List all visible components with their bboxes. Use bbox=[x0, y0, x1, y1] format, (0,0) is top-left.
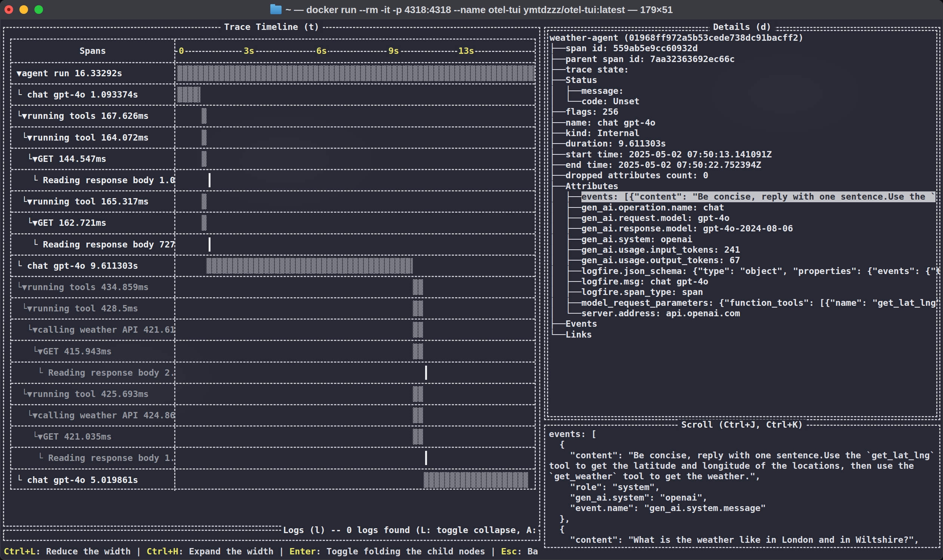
details-line[interactable]: │ ├──logfire.span_type: span bbox=[550, 287, 939, 297]
details-line-text: parent span id: 7aa32363692ec66c bbox=[565, 54, 735, 64]
span-row[interactable]: └ Reading response body 727 bbox=[11, 234, 535, 256]
axis-tick: 3s bbox=[243, 46, 255, 56]
span-timeline-cell bbox=[174, 170, 535, 190]
details-line[interactable]: ├──dropped attributes count: 0 bbox=[550, 170, 939, 180]
span-timeline-cell bbox=[174, 384, 535, 404]
details-line[interactable]: ├──end time: 2025-05-02 07:50:22.752394Z bbox=[550, 160, 939, 170]
span-label: └▼GET 415.943ms bbox=[11, 341, 174, 361]
scroll-content[interactable]: events: [ { "content": "Be concise, repl… bbox=[545, 426, 939, 547]
details-line[interactable]: ├──start time: 2025-05-02 07:50:13.14109… bbox=[550, 149, 939, 160]
span-row[interactable]: └▼GET 162.721ms bbox=[11, 213, 535, 234]
details-line-text: logfire.json_schema: {"type": "object", … bbox=[581, 266, 939, 276]
statusbar: Ctrl+L: Reduce the width | Ctrl+H: Expan… bbox=[4, 545, 538, 558]
details-line[interactable]: │ ├──message: bbox=[550, 86, 939, 96]
details-line[interactable]: ├──Events bbox=[550, 318, 939, 329]
span-label: └ Reading response body 1. bbox=[11, 448, 174, 468]
details-line[interactable]: ├──parent span id: 7aa32363692ec66c bbox=[550, 54, 939, 64]
details-line[interactable]: │ ├──logfire.msg: chat gpt-4o bbox=[550, 276, 939, 287]
zoom-button-icon[interactable] bbox=[34, 5, 43, 14]
details-line-text: server.address: api.openai.com bbox=[581, 308, 740, 318]
details-line[interactable]: ├──trace state: bbox=[550, 64, 939, 75]
details-line[interactable]: │ └──server.address: api.openai.com bbox=[550, 308, 939, 318]
trace-timeline-panel: Trace Timeline (t) Spans 03s6s9s13s ▼age… bbox=[3, 27, 540, 527]
details-line[interactable]: └──Links bbox=[550, 329, 939, 340]
details-line-text: kind: Internal bbox=[565, 128, 639, 138]
details-line[interactable]: │ └──code: Unset bbox=[550, 96, 939, 106]
span-row[interactable]: └▼running tool 164.072ms bbox=[11, 128, 535, 149]
span-label: └ chat gpt-4o 9.611303s bbox=[11, 256, 174, 276]
span-row[interactable]: └▼running tools 167.626ms bbox=[11, 106, 535, 127]
details-line[interactable]: ├──duration: 9.611303s bbox=[550, 138, 939, 149]
span-label: └ chat gpt-4o 5.019861s bbox=[11, 469, 174, 491]
logs-panel: Logs (l) -- 0 logs found (L: toggle coll… bbox=[3, 530, 540, 541]
details-line-text: logfire.msg: chat gpt-4o bbox=[581, 276, 709, 287]
span-row[interactable]: └▼running tool 425.693ms bbox=[11, 384, 535, 405]
span-duration-bar bbox=[201, 108, 207, 124]
span-row[interactable]: └ chat gpt-4o 9.611303s bbox=[11, 256, 535, 277]
details-line[interactable]: ├──kind: Internal bbox=[550, 128, 939, 138]
statusbar-key: Ctrl+H bbox=[146, 546, 178, 557]
details-line[interactable]: weather-agent (01968ff972a5b53cede738dc9… bbox=[550, 32, 939, 43]
span-row[interactable]: └▼calling weather API 421.61 bbox=[11, 320, 535, 341]
span-duration-bar bbox=[412, 408, 423, 423]
details-tree[interactable]: weather-agent (01968ff972a5b53cede738dc9… bbox=[545, 28, 939, 419]
details-line[interactable]: ├──Status bbox=[550, 75, 939, 85]
details-line[interactable]: │ ├──gen_ai.usage.output_tokens: 67 bbox=[550, 255, 939, 265]
span-row[interactable]: └▼GET 421.035ms bbox=[11, 426, 535, 448]
details-line[interactable]: │ ├──gen_ai.response.model: gpt-4o-2024-… bbox=[550, 223, 939, 234]
minimize-button-icon[interactable] bbox=[20, 5, 28, 14]
spans-column-header: Spans bbox=[11, 40, 174, 62]
tree-branch-glyph: │ └── bbox=[550, 308, 581, 318]
span-row[interactable]: └▼calling weather API 424.86 bbox=[11, 405, 535, 426]
span-duration-bar bbox=[412, 386, 423, 402]
details-line[interactable]: ├──name: chat gpt-4o bbox=[550, 117, 939, 128]
span-timeline-cell bbox=[174, 256, 535, 276]
scroll-line: "gen_ai.system": "openai", bbox=[549, 492, 939, 503]
statusbar-desc: : Toggle folding the child nodes | bbox=[316, 546, 501, 557]
span-row[interactable]: └ Reading response body 2. bbox=[11, 363, 535, 384]
details-line-text: Status bbox=[565, 75, 597, 85]
span-row[interactable]: └ chat gpt-4o 5.019861s bbox=[11, 469, 535, 491]
details-line[interactable]: ├──flags: 256 bbox=[550, 106, 939, 117]
span-label: └▼running tool 165.317ms bbox=[11, 191, 174, 212]
details-line-text: gen_ai.usage.input_tokens: 241 bbox=[581, 245, 740, 255]
titlebar: ~ — docker run --rm -it -p 4318:4318 --n… bbox=[0, 0, 943, 20]
span-row[interactable]: └▼running tool 428.5ms bbox=[11, 298, 535, 320]
span-row[interactable]: └▼GET 415.943ms bbox=[11, 341, 535, 362]
details-line[interactable]: │ ├──logfire.json_schema: {"type": "obje… bbox=[550, 266, 939, 276]
span-timeline-cell bbox=[174, 128, 535, 148]
details-line[interactable]: │ ├──model_request_parameters: {"functio… bbox=[550, 298, 939, 308]
details-line[interactable]: ├──span id: 559ab5e9cc60932d bbox=[550, 43, 939, 54]
details-line[interactable]: ├──Attributes bbox=[550, 181, 939, 191]
span-row[interactable]: ▼agent run 16.33292s bbox=[11, 63, 535, 85]
scroll-line: events: [ bbox=[549, 429, 939, 439]
span-row[interactable]: └ Reading response body 1.0 bbox=[11, 170, 535, 191]
span-duration-bar bbox=[201, 151, 207, 167]
details-line-selected[interactable]: │ ├──events: [{"content": "Be concise, r… bbox=[550, 191, 939, 202]
span-row[interactable]: └▼GET 144.547ms bbox=[11, 149, 535, 170]
trace-table-header: Spans 03s6s9s13s bbox=[11, 40, 535, 63]
trace-timeline-panel-title: Trace Timeline (t) bbox=[220, 22, 323, 32]
scroll-line: "role": "system", bbox=[549, 482, 939, 492]
span-duration-bar bbox=[412, 300, 423, 316]
tree-branch-glyph: │ ├── bbox=[550, 191, 581, 202]
scroll-line: }, bbox=[549, 514, 939, 524]
span-row[interactable]: └ chat gpt-4o 1.093374s bbox=[11, 85, 535, 106]
span-label: └▼GET 162.721ms bbox=[11, 213, 174, 233]
span-label: └▼running tools 434.859ms bbox=[11, 277, 174, 297]
details-line[interactable]: │ ├──gen_ai.operation.name: chat bbox=[550, 202, 939, 213]
span-row[interactable]: └▼running tools 434.859ms bbox=[11, 277, 535, 298]
details-line[interactable]: │ ├──gen_ai.request.model: gpt-4o bbox=[550, 213, 939, 223]
span-row[interactable]: └ Reading response body 1. bbox=[11, 448, 535, 469]
close-button-icon[interactable] bbox=[5, 5, 13, 14]
statusbar-key: Ctrl+L bbox=[4, 546, 35, 557]
span-duration-bar bbox=[177, 87, 200, 102]
details-line-text: logfire.span_type: span bbox=[581, 287, 703, 297]
span-row[interactable]: └▼running tool 165.317ms bbox=[11, 191, 535, 213]
details-line-text: Events bbox=[565, 318, 597, 329]
details-line-text: flags: 256 bbox=[565, 106, 618, 117]
details-line[interactable]: │ ├──gen_ai.usage.input_tokens: 241 bbox=[550, 245, 939, 255]
tree-branch-glyph: │ ├── bbox=[550, 298, 581, 308]
details-line[interactable]: │ ├──gen_ai.system: openai bbox=[550, 234, 939, 245]
span-timeline-cell bbox=[174, 363, 535, 383]
